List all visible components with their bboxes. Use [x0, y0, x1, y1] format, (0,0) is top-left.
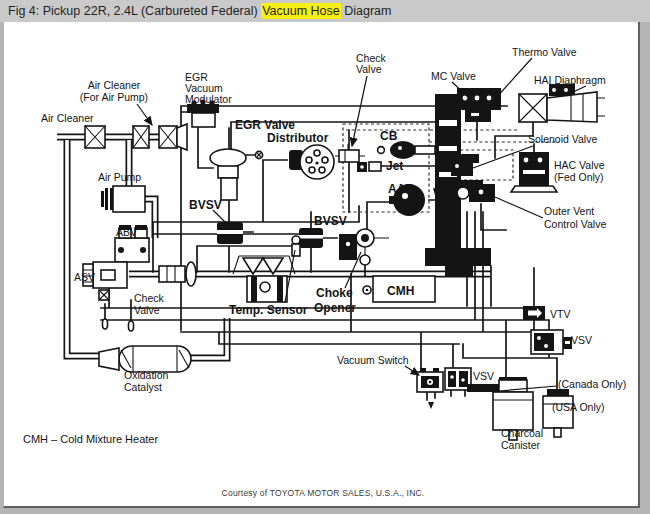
label-bvsv-right: BVSV [314, 214, 347, 228]
label-hac-valve: HAC Valve [554, 159, 605, 171]
label-distributor: Distributor [267, 131, 329, 145]
label-canada-only: (Canada Only) [558, 378, 626, 390]
label-hai-diaphragm: HAI Diaphragm [534, 74, 606, 86]
label-egr-valve: EGR Valve [235, 118, 295, 132]
label-asv: ASV [74, 271, 95, 283]
cb-component [378, 141, 435, 159]
vsv-right-component [531, 330, 572, 354]
label-charcoal-canister-2: Canister [501, 439, 541, 451]
hac-valve-component [511, 152, 557, 192]
label-abv: ABV [116, 226, 137, 238]
label-hac-valve-2: (Fed Only) [554, 171, 604, 183]
distributor-component [289, 145, 334, 179]
label-cmh: CMH [387, 284, 414, 298]
figure-title-prefix: Fig 4: Pickup 22R, 2.4L (Carbureted Fede… [8, 4, 261, 18]
diagram-panel: Air Cleaner Air Cleaner (For Air Pump) E… [3, 22, 640, 508]
label-aap: AAP [388, 182, 413, 196]
label-mc-valve: MC Valve [431, 70, 476, 82]
figure-title-highlight: Vacuum Hose [261, 3, 341, 19]
figure-viewer-window: Fig 4: Pickup 22R, 2.4L (Carbureted Fede… [0, 0, 650, 514]
label-air-pump: Air Pump [98, 171, 141, 183]
check-valve-left-component [159, 262, 196, 286]
label-thermo-valve: Thermo Valve [512, 46, 577, 58]
label-temp-sensor: Temp. Sensor [229, 303, 308, 317]
label-check-valve-left: Check [134, 292, 165, 304]
outer-vent-control-valve-component [457, 184, 495, 202]
bvsv-left-component [217, 222, 243, 244]
label-bvsv-left: BVSV [189, 198, 222, 212]
label-egr-vacuum-modulator-3: Modulator [185, 93, 232, 105]
bvsv-right-component [299, 228, 323, 248]
figure-title-suffix: Diagram [341, 4, 392, 18]
air-cleaner-duct-symbols [85, 124, 187, 150]
figure-title-bar: Fig 4: Pickup 22R, 2.4L (Carbureted Fede… [0, 0, 650, 22]
label-charcoal-canister: Charcoal [501, 427, 543, 439]
label-air-cleaner-for-air-pump: Air Cleaner [88, 79, 141, 91]
label-vsv-right: VSV [571, 334, 592, 346]
label-outer-vent-control-valve-2: Control Valve [544, 218, 606, 230]
label-vsv-bottom: VSV [473, 370, 494, 382]
thermo-valve-component [465, 110, 491, 122]
hai-diaphragm-assembly [519, 84, 605, 122]
vacuum-hose-diagram: Air Cleaner Air Cleaner (For Air Pump) E… [4, 22, 638, 506]
label-vtv: VTV [550, 308, 570, 320]
label-cb: CB [380, 129, 398, 143]
solenoid-valve-component [451, 160, 473, 176]
label-air-cleaner: Air Cleaner [41, 112, 94, 124]
label-air-cleaner-for-air-pump-2: (For Air Pump) [80, 91, 148, 103]
label-oxidation-catalyst: Oxidation [124, 369, 169, 381]
credit-line: Courtesy of TOYOTA MOTOR SALES, U.S.A., … [222, 488, 425, 498]
label-solenoid-valve: Solenoid Valve [528, 133, 597, 145]
label-choke-opener-2: Opener [314, 301, 356, 315]
label-vacuum-switch: Vacuum Switch [337, 354, 409, 366]
label-choke-opener: Choke [316, 286, 353, 300]
label-jet: Jet [386, 159, 403, 173]
egr-valve-component [210, 149, 263, 200]
label-check-valve-left-2: Valve [134, 304, 160, 316]
legend-cmh: CMH – Cold Mixture Heater [23, 433, 158, 445]
check-valve-top-component [335, 144, 365, 162]
label-check-valve-top-2: Valve [356, 63, 382, 75]
air-pump-component [101, 186, 145, 212]
vtv-component [523, 306, 545, 320]
jet-component [357, 162, 381, 172]
label-oxidation-catalyst-2: Catalyst [124, 381, 162, 393]
vacuum-switch-component [417, 368, 443, 409]
label-usa-only: (USA Only) [552, 401, 605, 413]
choke-opener-component [339, 229, 389, 265]
label-outer-vent-control-valve: Outer Vent [544, 205, 594, 217]
